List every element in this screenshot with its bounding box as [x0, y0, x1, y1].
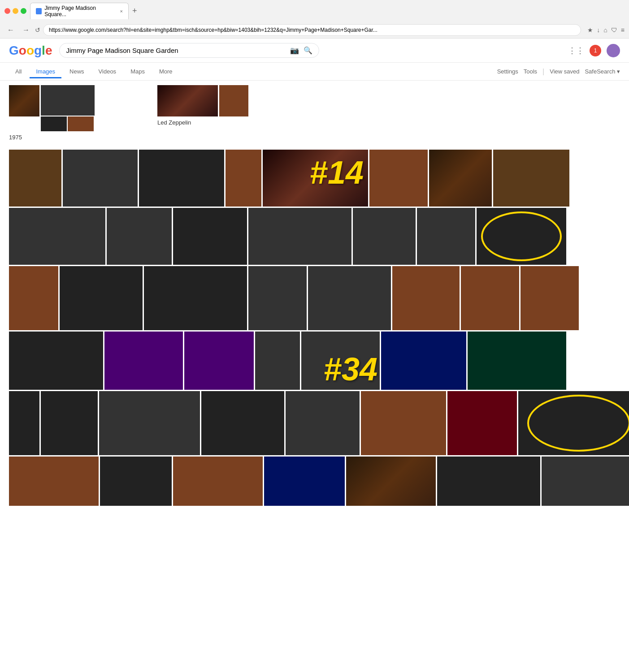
- grid-image[interactable]: [361, 391, 446, 455]
- grid-image[interactable]: #34: [301, 332, 380, 390]
- nav-item-more[interactable]: More: [153, 65, 179, 78]
- logo-g2: g: [34, 43, 42, 57]
- google-logo[interactable]: Google: [9, 43, 52, 58]
- reload-button[interactable]: ↺: [35, 26, 40, 34]
- grid-image[interactable]: [542, 457, 629, 506]
- header-right: ⋮⋮ 1: [568, 44, 620, 57]
- circle-highlight-2: [527, 395, 629, 452]
- grid-image[interactable]: [392, 266, 460, 330]
- download-icon[interactable]: ↓: [597, 26, 600, 34]
- grid-image[interactable]: [9, 150, 61, 207]
- shield-icon[interactable]: 🛡: [611, 26, 617, 34]
- nav-bar: All Images News Videos Maps More Setting…: [0, 63, 629, 81]
- grid-image[interactable]: [173, 208, 247, 265]
- grid-image[interactable]: [521, 266, 579, 330]
- minimize-window-button[interactable]: [13, 8, 18, 14]
- maximize-window-button[interactable]: [21, 8, 26, 14]
- grid-image[interactable]: [226, 150, 261, 207]
- nav-item-maps[interactable]: Maps: [124, 65, 151, 78]
- cluster-image[interactable]: [41, 85, 95, 116]
- camera-search-button[interactable]: 📷: [290, 46, 299, 55]
- grid-image[interactable]: [100, 457, 172, 506]
- circle-highlight-1: [481, 211, 562, 261]
- search-box: 📷 🔍: [59, 43, 319, 58]
- cluster-image[interactable]: [9, 85, 39, 116]
- google-apps-icon[interactable]: ⋮⋮: [568, 46, 584, 56]
- grid-row-1: #14: [9, 150, 620, 207]
- settings-link[interactable]: Settings: [497, 68, 518, 75]
- grid-image[interactable]: [286, 391, 360, 455]
- grid-image[interactable]: [139, 150, 224, 207]
- grid-image[interactable]: [493, 150, 569, 207]
- grid-image[interactable]: [144, 266, 247, 330]
- grid-image[interactable]: [60, 266, 143, 330]
- grid-image[interactable]: [99, 391, 200, 455]
- cluster-image[interactable]: [219, 85, 248, 116]
- search-action-icons: 📷 🔍: [290, 46, 312, 55]
- grid-image[interactable]: [353, 208, 416, 265]
- grid-image[interactable]: [63, 150, 138, 207]
- grid-image[interactable]: #14: [263, 150, 368, 207]
- logo-g: G: [9, 43, 19, 57]
- cluster-image[interactable]: [68, 116, 94, 131]
- safe-search-dropdown[interactable]: SafeSearch ▾: [585, 68, 620, 75]
- grid-image[interactable]: [9, 391, 39, 455]
- nav-item-news[interactable]: News: [63, 65, 91, 78]
- grid-image[interactable]: [346, 457, 436, 506]
- notification-count[interactable]: 1: [590, 45, 601, 56]
- grid-image[interactable]: [9, 208, 105, 265]
- notification-badge[interactable]: 1: [590, 45, 601, 56]
- bookmark-icon[interactable]: ★: [587, 26, 593, 34]
- grid-image-circled-2[interactable]: [518, 391, 629, 455]
- grid-image[interactable]: [9, 266, 58, 330]
- grid-image[interactable]: [248, 266, 307, 330]
- address-input[interactable]: [43, 24, 581, 36]
- tools-link[interactable]: Tools: [524, 68, 537, 75]
- grid-image[interactable]: [104, 332, 183, 390]
- grid-image[interactable]: [381, 332, 466, 390]
- menu-icon[interactable]: ≡: [621, 26, 625, 34]
- forward-button[interactable]: →: [20, 25, 32, 35]
- grid-image[interactable]: [429, 150, 492, 207]
- grid-image[interactable]: [9, 332, 103, 390]
- close-window-button[interactable]: [4, 8, 10, 14]
- grid-image[interactable]: [248, 208, 351, 265]
- grid-image[interactable]: [437, 457, 540, 506]
- nav-item-images[interactable]: Images: [30, 65, 61, 78]
- user-avatar[interactable]: [607, 44, 620, 57]
- nav-item-all[interactable]: All: [9, 65, 28, 78]
- cluster-1975-label: 1975: [9, 134, 95, 141]
- grid-image[interactable]: [201, 391, 284, 455]
- nav-item-videos[interactable]: Videos: [92, 65, 123, 78]
- grid-image[interactable]: [255, 332, 300, 390]
- grid-image[interactable]: [308, 266, 391, 330]
- grid-image[interactable]: [417, 208, 475, 265]
- view-saved-link[interactable]: View saved: [550, 68, 579, 75]
- grid-image[interactable]: [184, 332, 254, 390]
- grid-image[interactable]: [264, 457, 345, 506]
- cluster-image[interactable]: [157, 85, 218, 116]
- nav-items: All Images News Videos Maps More: [9, 65, 179, 78]
- grid-row-5: [9, 391, 620, 455]
- back-button[interactable]: ←: [4, 25, 17, 35]
- tab-close-button[interactable]: ×: [120, 9, 123, 14]
- search-input[interactable]: [66, 47, 286, 54]
- grid-row-6: [9, 457, 620, 506]
- grid-image[interactable]: [107, 208, 172, 265]
- search-button[interactable]: 🔍: [304, 46, 312, 55]
- grid-image-circled[interactable]: [477, 208, 566, 265]
- grid-row-3: [9, 266, 620, 330]
- grid-image[interactable]: [41, 391, 98, 455]
- grid-image[interactable]: [173, 457, 263, 506]
- new-tab-button[interactable]: +: [129, 6, 141, 16]
- grid-image[interactable]: [447, 391, 517, 455]
- grid-image[interactable]: [468, 332, 566, 390]
- logo-l: l: [42, 43, 45, 57]
- browser-tab[interactable]: Jimmy Page Madison Square... ×: [30, 3, 129, 19]
- home-icon[interactable]: ⌂: [603, 26, 607, 34]
- google-header: Google 📷 🔍 ⋮⋮ 1: [0, 39, 629, 63]
- grid-image[interactable]: [9, 457, 99, 506]
- grid-image[interactable]: [461, 266, 519, 330]
- grid-image[interactable]: [369, 150, 428, 207]
- cluster-image[interactable]: [41, 116, 67, 131]
